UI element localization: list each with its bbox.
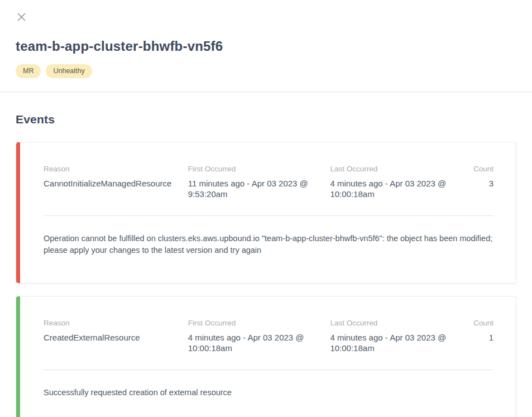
column-header-first-occurred: First Occurred (188, 165, 330, 173)
column-header-first-occurred: First Occurred (188, 319, 330, 327)
event-last-occurred: 4 minutes ago - Apr 03 2023 @ 10:00:18am (330, 332, 460, 354)
event-reason: CannotInitializeManagedResource (44, 178, 188, 200)
event-count: 3 (460, 178, 493, 200)
event-first-occurred: 11 minutes ago - Apr 03 2023 @ 9:53:20am (188, 178, 330, 200)
column-header-count: Count (460, 319, 493, 327)
event-message: Operation cannot be fulfilled on cluster… (44, 233, 493, 283)
event-column-headers: Reason First Occurred Last Occurred Coun… (44, 319, 493, 327)
event-row: CreatedExternalResource 4 minutes ago - … (44, 332, 493, 354)
card-divider (44, 370, 493, 370)
column-header-count: Count (460, 165, 493, 173)
status-badge-health: Unhealthy (46, 64, 92, 78)
header-divider (0, 92, 532, 92)
event-message: Successfully requested creation of exter… (44, 387, 493, 417)
events-heading: Events (16, 113, 516, 126)
column-header-last-occurred: Last Occurred (330, 319, 460, 327)
column-header-reason: Reason (44, 165, 188, 173)
page-title: team-b-app-cluster-bhwfb-vn5f6 (16, 39, 516, 54)
event-last-occurred: 4 minutes ago - Apr 03 2023 @ 10:00:18am (330, 178, 460, 200)
close-button[interactable] (16, 11, 27, 23)
column-header-last-occurred: Last Occurred (330, 165, 460, 173)
event-card-success: Reason First Occurred Last Occurred Coun… (16, 296, 516, 417)
status-badge-kind: MR (16, 64, 41, 78)
event-count: 1 (460, 332, 493, 354)
status-strip-success (16, 296, 20, 417)
status-strip-error (16, 142, 20, 283)
event-first-occurred: 4 minutes ago - Apr 03 2023 @ 10:00:18am (188, 332, 330, 354)
close-icon (17, 12, 26, 22)
event-column-headers: Reason First Occurred Last Occurred Coun… (44, 165, 493, 173)
event-reason: CreatedExternalResource (44, 332, 188, 354)
card-divider (44, 215, 493, 216)
event-card-error: Reason First Occurred Last Occurred Coun… (16, 142, 516, 284)
event-row: CannotInitializeManagedResource 11 minut… (44, 178, 493, 200)
column-header-reason: Reason (44, 319, 188, 327)
details-panel: team-b-app-cluster-bhwfb-vn5f6 MR Unheal… (0, 0, 532, 417)
badge-row: MR Unhealthy (16, 64, 516, 78)
